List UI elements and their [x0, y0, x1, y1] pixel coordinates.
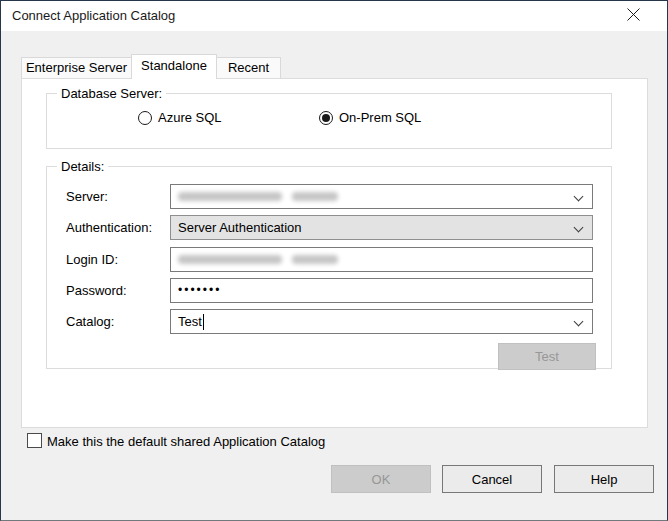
- radio-on-prem-sql-label: On-Prem SQL: [339, 110, 421, 125]
- radio-circle-checked-icon: [319, 111, 333, 125]
- authentication-dropdown[interactable]: Server Authentication: [170, 215, 593, 240]
- radio-azure-sql-label: Azure SQL: [158, 110, 222, 125]
- redacted-value-blur: [292, 255, 338, 264]
- ok-button[interactable]: OK: [331, 465, 431, 493]
- default-catalog-checkbox[interactable]: [27, 433, 42, 448]
- connect-application-catalog-dialog: Connect Application Catalog Enterprise S…: [0, 0, 668, 521]
- chevron-down-icon[interactable]: [574, 223, 584, 233]
- default-catalog-checkbox-label: Make this the default shared Application…: [47, 434, 325, 449]
- tab-standalone[interactable]: Standalone: [131, 54, 217, 79]
- radio-on-prem-sql[interactable]: On-Prem SQL: [319, 110, 421, 125]
- help-button[interactable]: Help: [554, 465, 654, 493]
- catalog-combobox[interactable]: Test: [170, 309, 593, 334]
- login-id-input[interactable]: [170, 247, 593, 272]
- server-label: Server:: [66, 189, 108, 204]
- chevron-down-icon[interactable]: [574, 192, 584, 202]
- details-group-label: Details:: [57, 159, 108, 174]
- close-button[interactable]: [613, 1, 653, 31]
- server-combobox[interactable]: [170, 184, 593, 209]
- redacted-value-blur: [292, 192, 338, 201]
- cancel-button[interactable]: Cancel: [442, 465, 542, 493]
- authentication-value: Server Authentication: [178, 220, 302, 235]
- tab-recent[interactable]: Recent: [216, 57, 281, 78]
- radio-azure-sql[interactable]: Azure SQL: [138, 110, 222, 125]
- test-button[interactable]: Test: [498, 343, 596, 370]
- title-bar: Connect Application Catalog: [1, 1, 667, 31]
- password-label: Password:: [66, 283, 127, 298]
- radio-circle-icon: [138, 111, 152, 125]
- database-server-group-label: Database Server:: [57, 86, 166, 101]
- tab-enterprise-server[interactable]: Enterprise Server: [21, 57, 132, 78]
- password-input[interactable]: •••••••: [170, 278, 593, 303]
- dialog-title: Connect Application Catalog: [12, 1, 175, 31]
- authentication-label: Authentication:: [66, 220, 152, 235]
- catalog-value: Test: [178, 314, 202, 329]
- password-dots: •••••••: [178, 278, 221, 303]
- login-id-label: Login ID:: [66, 252, 118, 267]
- redacted-value-blur: [178, 192, 282, 201]
- close-icon: [626, 7, 641, 25]
- chevron-down-icon[interactable]: [574, 317, 584, 327]
- redacted-value-blur: [178, 255, 282, 264]
- text-caret: [203, 314, 204, 330]
- catalog-label: Catalog:: [66, 314, 114, 329]
